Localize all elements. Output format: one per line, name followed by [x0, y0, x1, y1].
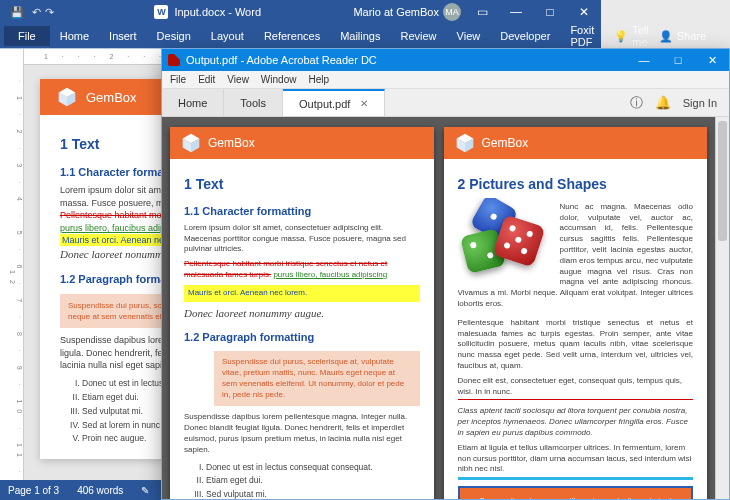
gembox-logo-icon: [180, 132, 202, 154]
roman-list: Donec ut est in lectus consequat consequ…: [206, 462, 420, 499]
highlight-text: Mauris et orci. Aenean nec lorem.: [184, 285, 420, 302]
acrobat-menubar: File Edit View Window Help: [162, 71, 729, 89]
tellme-label: Tell me: [632, 24, 649, 48]
heading-parafmt: 1.2 Paragraph formatting: [184, 330, 420, 345]
status-words[interactable]: 406 words: [77, 485, 123, 496]
word-user-name[interactable]: Mario at GemBox: [353, 6, 439, 18]
tab-developer[interactable]: Developer: [490, 26, 560, 46]
list-item: Etiam eget dui.: [206, 475, 420, 486]
maximize-icon[interactable]: □: [661, 49, 695, 71]
pdf-page-1: GemBox 1 Text 1.1 Character formatting L…: [170, 127, 434, 499]
redo-icon[interactable]: ↷: [45, 6, 54, 19]
gembox-logo-icon: [454, 132, 476, 154]
share-button[interactable]: 👤Share: [659, 30, 716, 43]
menu-window[interactable]: Window: [261, 74, 297, 85]
share-icon: 👤: [659, 30, 673, 43]
tab-design[interactable]: Design: [147, 26, 201, 46]
script-text: Donec laoreet nonummy augue.: [184, 306, 420, 321]
help-icon[interactable]: ⓘ: [630, 94, 643, 112]
word-doc-icon: W: [154, 5, 168, 19]
pdf-page-2: GemBox 2 Pictures and Shapes Nunc ac mag…: [444, 127, 708, 499]
heading-charfmt: 1.1 Character formatting: [184, 204, 420, 219]
tab-close-icon[interactable]: ✕: [360, 98, 368, 109]
user-avatar[interactable]: MA: [443, 3, 461, 21]
dice-image: [458, 198, 554, 280]
word-titlebar: 💾 ↶ ↷ W Input.docx - Word Mario at GemBo…: [0, 0, 601, 24]
pdf-body: 1 Text 1.1 Character formatting Lorem ip…: [170, 159, 434, 499]
signin-button[interactable]: Sign In: [683, 97, 717, 109]
shaded-paragraph: Suspendisse dui purus, scelerisque at, v…: [214, 351, 420, 406]
acrobat-content: GemBox 1 Text 1.1 Character formatting L…: [162, 117, 729, 499]
brand-name: GemBox: [86, 90, 137, 105]
tab-home[interactable]: Home: [162, 89, 224, 116]
orange-callout: Cum sociis natoque penatibus et magnis d…: [458, 486, 694, 499]
scrollbar-thumb[interactable]: [718, 121, 727, 241]
bell-icon[interactable]: 🔔: [655, 95, 671, 110]
brand-bar: GemBox: [444, 127, 708, 159]
list-item: Donec ut est in lectus consequat consequ…: [206, 462, 420, 473]
share-label: Share: [677, 30, 706, 42]
close-icon[interactable]: ✕: [695, 49, 729, 71]
heading-pictures: 2 Pictures and Shapes: [458, 175, 694, 194]
blue-underline-text: Etiam at ligula et tellus ullamcorper ul…: [458, 443, 694, 480]
acrobat-titlebar[interactable]: Output.pdf - Adobe Acrobat Reader DC — □…: [162, 49, 729, 71]
para-2: Pellentesque habitant morbi tristique se…: [458, 318, 694, 372]
menu-edit[interactable]: Edit: [198, 74, 215, 85]
acrobat-tabbar: Home Tools Output.pdf ✕ ⓘ 🔔 Sign In: [162, 89, 729, 117]
menu-file[interactable]: File: [170, 74, 186, 85]
brand-name: GemBox: [482, 136, 529, 150]
status-page[interactable]: Page 1 of 3: [8, 485, 59, 496]
list-item: Sed vulputat mi.: [206, 489, 420, 499]
menu-help[interactable]: Help: [308, 74, 329, 85]
minimize-icon[interactable]: —: [627, 49, 661, 71]
pdf-body: 2 Pictures and Shapes Nunc ac magna. Mae…: [444, 159, 708, 499]
pdf-page-area[interactable]: GemBox 1 Text 1.1 Character formatting L…: [162, 117, 715, 499]
tab-layout[interactable]: Layout: [201, 26, 254, 46]
tab-review[interactable]: Review: [391, 26, 447, 46]
menu-view[interactable]: View: [227, 74, 249, 85]
word-ribbon: File Home Insert Design Layout Reference…: [0, 24, 601, 48]
italic-para: Class aptent taciti sociosqu ad litora t…: [458, 406, 694, 438]
tab-mailings[interactable]: Mailings: [330, 26, 390, 46]
word-title: Input.docx - Word: [174, 6, 261, 18]
minimize-icon[interactable]: —: [499, 1, 533, 23]
tab-file[interactable]: File: [4, 26, 50, 46]
ruler-vertical[interactable]: · 1 · 2 · 3 · 4 · 5 · 6 · 7 · 8 · 9 · 10…: [0, 49, 24, 480]
tab-document[interactable]: Output.pdf ✕: [283, 89, 385, 116]
red-underline-text: Donec elit est, consectetuer eget, conse…: [458, 376, 694, 401]
para-intro: Lorem ipsum dolor sit amet, consectetuer…: [184, 223, 420, 255]
underline-text: purus libero, faucibus adipiscing: [273, 270, 387, 279]
tab-document-label: Output.pdf: [299, 98, 350, 110]
save-icon[interactable]: 💾: [10, 6, 24, 19]
brand-bar: GemBox: [170, 127, 434, 159]
tab-tools[interactable]: Tools: [224, 89, 283, 116]
undo-icon[interactable]: ↶: [32, 6, 41, 19]
heading-text: 1 Text: [184, 175, 420, 194]
bulb-icon: 💡: [614, 30, 628, 43]
acrobat-window: Output.pdf - Adobe Acrobat Reader DC — □…: [161, 48, 730, 500]
acrobat-title: Output.pdf - Adobe Acrobat Reader DC: [186, 54, 377, 66]
tab-insert[interactable]: Insert: [99, 26, 147, 46]
vertical-scrollbar[interactable]: [715, 117, 729, 499]
spellcheck-icon[interactable]: ✎: [141, 485, 149, 496]
pdf-icon: [168, 54, 180, 66]
para-body: Suspendisse dapibus lorem pellentesque m…: [184, 412, 420, 455]
tab-references[interactable]: References: [254, 26, 330, 46]
brand-name: GemBox: [208, 136, 255, 150]
tab-home[interactable]: Home: [50, 26, 99, 46]
ribbon-opts-icon[interactable]: ▭: [465, 1, 499, 23]
gembox-logo-icon: [56, 86, 78, 108]
tab-view[interactable]: View: [447, 26, 491, 46]
